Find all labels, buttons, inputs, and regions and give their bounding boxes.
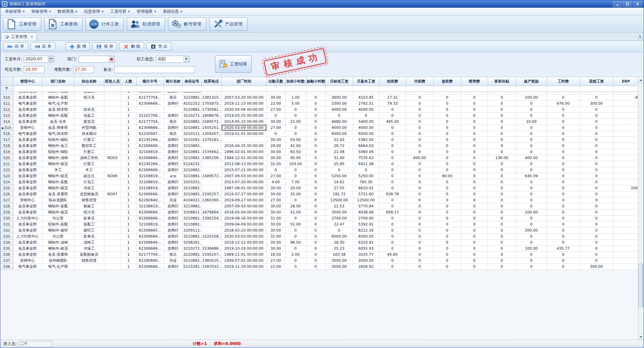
grid-cell[interactable]: 0	[580, 118, 613, 125]
grid-cell[interactable]: 0	[547, 233, 580, 239]
grid-cell[interactable]: 电气-生产部	[42, 263, 74, 269]
grid-cell[interactable]: 22.00	[285, 118, 306, 125]
grid-cell[interactable]: 25.85	[325, 161, 353, 167]
grid-cell[interactable]: 0	[516, 263, 547, 269]
grid-cell[interactable]: 2700.00	[325, 215, 353, 221]
grid-cell[interactable]: 27.00	[266, 173, 285, 179]
grid-cell[interactable]: 南京	[164, 118, 182, 125]
grid-cell[interactable]: 0	[461, 251, 488, 257]
grid-cell[interactable]: 0	[461, 185, 488, 191]
grid-cell[interactable]: 5250.00	[353, 173, 379, 179]
grid-cell[interactable]: 6000.00	[353, 233, 379, 239]
grid-cell[interactable]: 0	[580, 251, 613, 257]
grid-cell[interactable]: 0	[461, 100, 488, 106]
grid-row[interactable]: 529金具事业部钢制件-锻压统计员162306666...农商行3208821.…	[0, 209, 639, 215]
grid-cell[interactable]: 0	[306, 167, 325, 173]
grid-cell[interactable]: 1	[121, 215, 136, 221]
grid-cell[interactable]: 炊事员	[74, 215, 104, 221]
grid-cell[interactable]: 0	[406, 245, 433, 251]
grid-cell[interactable]: 45.85	[379, 251, 406, 257]
grid-cell[interactable]: 3210881...	[182, 257, 201, 263]
grid-cell[interactable]: 0	[306, 197, 325, 203]
grid-cell[interactable]: 0	[547, 137, 580, 143]
column-header-16[interactable]: 加班费	[379, 77, 406, 86]
grid-cell[interactable]: 0	[516, 137, 547, 143]
grid-cell[interactable]: 0	[488, 106, 516, 112]
column-header-22[interactable]: 工时费	[547, 77, 580, 86]
operator-input[interactable]: 二个	[18, 341, 52, 347]
grid-cell[interactable]	[201, 167, 221, 173]
grid-cell[interactable]: 62306666...	[136, 125, 164, 131]
grid-cell[interactable]: 金具事业部	[13, 245, 42, 251]
grid-cell[interactable]: 5.00	[285, 100, 306, 106]
filter-cell[interactable]	[433, 86, 461, 92]
grid-cell[interactable]: 4000.00	[325, 106, 353, 112]
grid-cell[interactable]: 3209111...	[182, 227, 201, 233]
grid-cell[interactable]: 1	[121, 245, 136, 251]
grid-cell[interactable]: 2014-05-23 00:00:00	[221, 118, 266, 125]
grid-cell[interactable]: 打包工	[74, 179, 104, 185]
grid-cell[interactable]: 0	[580, 131, 613, 137]
column-header-17[interactable]: 代班费	[406, 77, 433, 86]
grid-cell[interactable]: 0	[379, 161, 406, 167]
grid-cell[interactable]: 营销中心	[13, 257, 42, 263]
grid-cell[interactable]: 0	[433, 191, 461, 197]
grid-cell[interactable]: 装配检验员	[74, 251, 104, 257]
grid-cell[interactable]: 2007-09-03 00:00:00	[221, 173, 266, 179]
row-number-cell[interactable]: 531	[0, 221, 13, 227]
grid-cell[interactable]: 22.47	[325, 221, 353, 227]
grid-row[interactable]: 513金具事业部钢制件-装配包装工132102706...农商行3210271.…	[0, 112, 639, 118]
grid-cell[interactable]: 0	[488, 233, 516, 239]
grid-cell[interactable]	[433, 92, 461, 94]
grid-cell[interactable]: 0	[379, 173, 406, 179]
grid-cell[interactable]: 0	[461, 155, 488, 161]
column-header-9[interactable]: 联系电话	[201, 77, 221, 86]
grid-cell[interactable]: 0	[379, 149, 406, 155]
grid-cell[interactable]: 3210881...	[182, 143, 201, 149]
grid-cell[interactable]: 100.00	[516, 94, 547, 100]
grid-cell[interactable]: 0	[461, 161, 488, 167]
grid-cell[interactable]: 30.00	[266, 155, 285, 161]
grid-cell[interactable]: 0	[285, 167, 306, 173]
grid-cell[interactable]: 1505251...	[201, 125, 221, 131]
grid-cell[interactable]	[488, 92, 516, 94]
grid-cell[interactable]: 0	[285, 227, 306, 233]
row-number-cell[interactable]: 525	[0, 185, 13, 191]
grid-cell[interactable]: 钢制件-浇铸	[42, 155, 74, 161]
grid-cell[interactable]: 0	[488, 149, 516, 155]
attendance-days-input[interactable]: 27.00	[73, 66, 94, 73]
grid-cell[interactable]: 钢制件-装配	[42, 94, 74, 100]
department-lookup-icon[interactable]	[109, 56, 114, 62]
column-header-2[interactable]: 部门名称	[42, 77, 74, 86]
grid-cell[interactable]	[104, 167, 121, 173]
grid-cell[interactable]: 1984-12-01 00:00:00	[221, 155, 266, 161]
grid-cell[interactable]: 0	[488, 197, 516, 203]
grid-cell[interactable]: 0	[580, 137, 613, 143]
grid-cell[interactable]: 农商行	[164, 263, 182, 269]
grid-cell[interactable]: 0	[306, 257, 325, 263]
grid-cell[interactable]: 0	[580, 209, 613, 215]
grid-cell[interactable]: 183.38	[325, 251, 353, 257]
grid-cell[interactable]: 打磨工	[74, 137, 104, 143]
grid-cell[interactable]: 0	[580, 106, 613, 112]
grid-cell[interactable]: 农商行	[164, 227, 182, 233]
grid-cell[interactable]: 农商行	[164, 125, 182, 131]
grid-cell[interactable]: 金具事业部	[13, 137, 42, 143]
grid-cell[interactable]: 0	[353, 112, 379, 118]
grid-cell[interactable]: 17.31	[379, 94, 406, 100]
grid-cell[interactable]: 营销中心	[13, 197, 42, 203]
grid-cell[interactable]: 30.00	[266, 239, 285, 245]
scroll-track[interactable]	[638, 83, 644, 334]
grid-cell[interactable]: 676.00	[547, 100, 580, 106]
fixed-days-input[interactable]: 26.00	[24, 66, 45, 73]
grid-cell[interactable]: 1	[121, 197, 136, 203]
grid-cell[interactable]	[613, 215, 639, 221]
grid-row[interactable]: 527营销中心陈兵龙团队销售经理162290840...兴业4104021...…	[0, 197, 639, 203]
grid-cell[interactable]: 农商行	[164, 221, 182, 227]
grid-cell[interactable]: 0	[461, 167, 488, 173]
column-header-24[interactable]: ERP	[613, 77, 639, 86]
grid-cell[interactable]: 645.09	[516, 173, 547, 179]
grid-cell[interactable]: 1587033...	[201, 263, 221, 269]
grid-cell[interactable]: 62306666...	[136, 155, 164, 161]
grid-cell[interactable]: 0	[580, 125, 613, 131]
